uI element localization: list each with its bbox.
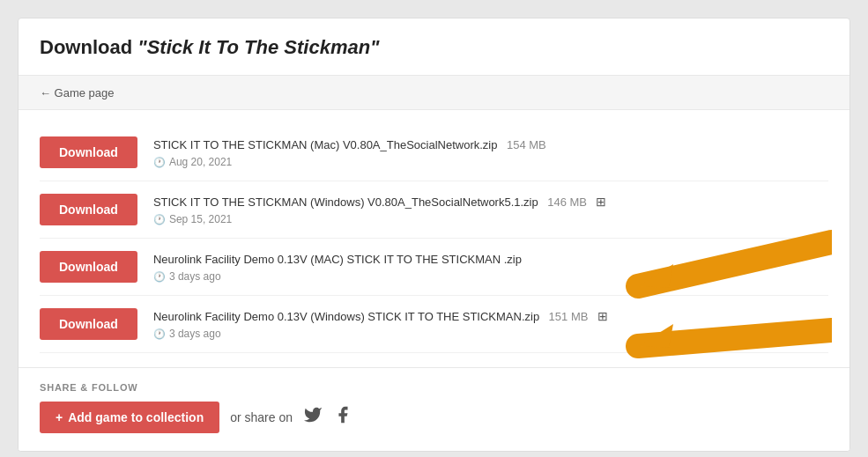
file-name-1: STICK IT TO THE STICKMAN (Mac) V0.80A_Th… bbox=[153, 138, 498, 151]
file-name-4: Neurolink Facility Demo 0.13V (Windows) … bbox=[153, 310, 539, 323]
download-button-3[interactable]: Download bbox=[40, 251, 137, 283]
downloads-not-starting-link[interactable]: Downloads not starting? bbox=[715, 328, 828, 340]
title-quoted: "Stick It To The Stickman" bbox=[137, 36, 379, 58]
download-button-4[interactable]: Download bbox=[40, 308, 137, 340]
title-prefix: Download bbox=[40, 36, 137, 58]
downloads-section: Download STICK IT TO THE STICKMAN (Mac) … bbox=[19, 110, 849, 367]
nav-bar: ← Game page bbox=[19, 76, 849, 110]
file-size-1: 154 MB bbox=[507, 138, 546, 151]
file-date-3: 🕐 3 days ago bbox=[153, 270, 828, 283]
file-name-3: Neurolink Facility Demo 0.13V (MAC) STIC… bbox=[153, 253, 522, 266]
download-button-1[interactable]: Download bbox=[40, 136, 137, 168]
twitter-link[interactable] bbox=[303, 405, 323, 430]
file-info-1: STICK IT TO THE STICKMAN (Mac) V0.80A_Th… bbox=[153, 136, 828, 168]
share-actions: + Add game to collection or share on bbox=[40, 402, 828, 433]
file-info-2: STICK IT TO THE STICKMAN (Windows) V0.80… bbox=[153, 194, 828, 225]
download-row: Download Neurolink Facility Demo 0.13V (… bbox=[40, 296, 828, 353]
download-row: Download STICK IT TO THE STICKMAN (Mac) … bbox=[40, 124, 828, 181]
date-text-4: 3 days ago bbox=[169, 328, 221, 340]
back-to-game-link[interactable]: ← Game page bbox=[40, 86, 115, 100]
clock-icon-1: 🕐 bbox=[153, 157, 166, 168]
file-size-4: 151 MB bbox=[549, 310, 589, 323]
file-size-2: 146 MB bbox=[547, 195, 587, 209]
file-name-row: Neurolink Facility Demo 0.13V (Windows) … bbox=[153, 308, 828, 324]
windows-icon-2: ⊞ bbox=[596, 195, 606, 209]
clock-icon-3: 🕐 bbox=[153, 271, 166, 283]
date-text-1: Aug 20, 2021 bbox=[169, 156, 232, 168]
file-info-3: Neurolink Facility Demo 0.13V (MAC) STIC… bbox=[153, 251, 828, 283]
file-name-row: STICK IT TO THE STICKMAN (Mac) V0.80A_Th… bbox=[153, 136, 828, 152]
share-label: SHARE & FOLLOW bbox=[40, 382, 828, 393]
file-date-1: 🕐 Aug 20, 2021 bbox=[153, 156, 828, 168]
clock-icon-4: 🕐 bbox=[153, 328, 166, 340]
facebook-link[interactable] bbox=[333, 405, 352, 430]
or-share-text: or share on bbox=[230, 410, 293, 424]
date-text-2: Sep 15, 2021 bbox=[169, 213, 232, 225]
card-header: Download "Stick It To The Stickman" bbox=[19, 18, 849, 76]
page-title: Download "Stick It To The Stickman" bbox=[40, 36, 828, 59]
main-card: Download "Stick It To The Stickman" ← Ga… bbox=[18, 18, 850, 452]
file-name-row: STICK IT TO THE STICKMAN (Windows) V0.80… bbox=[153, 194, 828, 210]
windows-icon-4: ⊞ bbox=[597, 309, 608, 323]
file-name-2: STICK IT TO THE STICKMAN (Windows) V0.80… bbox=[153, 195, 538, 209]
file-name-row: Neurolink Facility Demo 0.13V (MAC) STIC… bbox=[153, 251, 828, 267]
clock-icon-2: 🕐 bbox=[153, 214, 166, 225]
date-text-3: 3 days ago bbox=[169, 270, 221, 283]
download-row: Download STICK IT TO THE STICKMAN (Windo… bbox=[40, 181, 828, 239]
add-collection-button[interactable]: + Add game to collection bbox=[40, 402, 219, 433]
add-collection-label: Add game to collection bbox=[68, 410, 204, 424]
download-row: Download Neurolink Facility Demo 0.13V (… bbox=[40, 239, 828, 296]
download-button-2[interactable]: Download bbox=[40, 194, 137, 225]
share-section: SHARE & FOLLOW + Add game to collection … bbox=[19, 367, 849, 451]
plus-icon: + bbox=[56, 410, 63, 424]
file-date-2: 🕐 Sep 15, 2021 bbox=[153, 213, 828, 225]
